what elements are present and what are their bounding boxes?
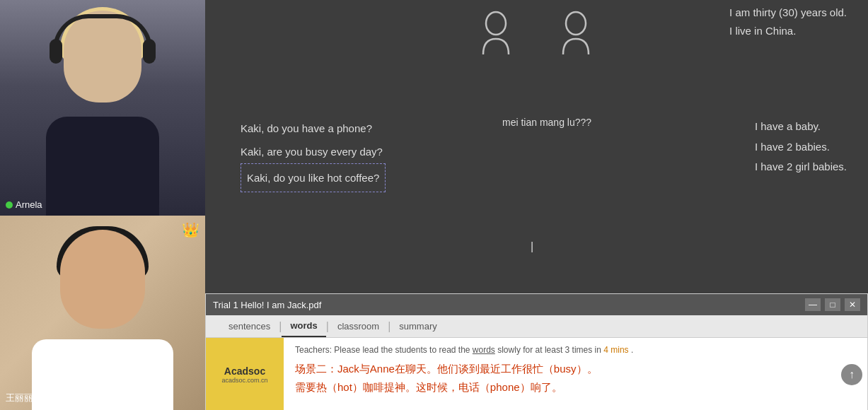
headphone-right	[143, 39, 156, 64]
baby-line1: I have a baby.	[755, 117, 847, 137]
video-label-top: Arnela	[6, 199, 42, 210]
minimize-button[interactable]: —	[805, 298, 821, 311]
chinese-text: mei tian mang lu???	[502, 117, 591, 128]
baby-line3: I have 2 girl babies.	[755, 157, 847, 177]
participant-name-bottom: 王丽丽	[6, 392, 33, 403]
babies-block: I have a baby. I have 2 babies. I have 2…	[755, 117, 847, 177]
pdf-navbar: sentences | words | classroom | summary	[206, 315, 867, 338]
crown-icon: 👑	[182, 221, 199, 238]
nav-words[interactable]: words	[282, 315, 325, 337]
pdf-viewer: Trial 1 Hello! I am Jack.pdf — □ ✕ sente…	[205, 293, 868, 410]
nav-sentences[interactable]: sentences	[220, 315, 279, 337]
scroll-button[interactable]: ↑	[841, 364, 862, 385]
nav-classroom[interactable]: classroom	[329, 315, 388, 337]
question-3: Kaki, do you like hot coffee?	[241, 163, 386, 192]
cursor: |	[531, 240, 533, 253]
slide-line2: I live in China.	[729, 22, 847, 40]
chinese-line1: 场景二：Jack与Anne在聊天。他们谈到最近工作很忙（busy）。	[295, 360, 856, 378]
logo-name: Acadsoc	[221, 365, 267, 377]
slide-area: I am thirty (30) years old. I live in Ch…	[205, 0, 868, 293]
chinese-line2: 需要热（hot）咖啡提神。这时候，电话（phone）响了。	[295, 378, 856, 397]
headphone-left	[50, 39, 62, 64]
instruction-time: 4 mins	[603, 345, 628, 355]
active-indicator	[6, 201, 13, 209]
pdf-instruction: Teachers: Please lead the students to re…	[295, 344, 856, 356]
pdf-sidebar: Acadsoc acadsoc.com.cn	[206, 338, 284, 410]
body-bottom	[32, 339, 173, 410]
instruction-words-link[interactable]: words	[473, 345, 495, 355]
headphone-band	[53, 14, 152, 49]
pdf-chinese-content: 场景二：Jack与Anne在聊天。他们谈到最近工作很忙（busy）。 需要热（h…	[295, 360, 856, 396]
pdf-window-controls[interactable]: — □ ✕	[805, 298, 860, 311]
acadsoc-logo: Acadsoc acadsoc.com.cn	[221, 365, 267, 384]
question-2: Kaki, are you busy every day?	[241, 140, 386, 163]
video-label-bottom: 王丽丽	[6, 392, 33, 404]
body	[46, 117, 159, 216]
pdf-titlebar: Trial 1 Hello! I am Jack.pdf — □ ✕	[206, 294, 867, 315]
person-icon-1	[480, 11, 537, 57]
question-3-text: Kaki, do you like hot coffee?	[241, 163, 386, 192]
questions-block: Kaki, do you have a phone? Kaki, are you…	[241, 117, 386, 192]
slide-line1: I am thirty (30) years old.	[729, 4, 847, 22]
pdf-content: Acadsoc acadsoc.com.cn Teachers: Please …	[206, 338, 867, 410]
nav-summary[interactable]: summary	[390, 315, 445, 337]
instruction-middle: slowly for at least 3 times in	[497, 345, 601, 355]
instruction-before: Teachers: Please lead the students to re…	[295, 345, 470, 355]
baby-line2: I have 2 babies.	[755, 137, 847, 158]
video-feed-top	[0, 0, 205, 216]
person-icon-2	[537, 11, 594, 57]
pdf-title: Trial 1 Hello! I am Jack.pdf	[213, 300, 321, 310]
close-button[interactable]: ✕	[845, 298, 860, 311]
video-feed-bottom	[0, 216, 205, 410]
logo-sub: acadsoc.com.cn	[221, 377, 267, 384]
participant-name-top: Arnela	[16, 199, 42, 210]
slide-text-block: I am thirty (30) years old. I live in Ch…	[729, 4, 847, 40]
video-panel-top: Arnela	[0, 0, 205, 216]
face-bottom	[60, 230, 145, 329]
video-panel-bottom: 👑 王丽丽	[0, 216, 205, 410]
question-1: Kaki, do you have a phone?	[241, 117, 386, 140]
svg-point-0	[486, 12, 506, 35]
slide-content: I am thirty (30) years old. I live in Ch…	[205, 0, 868, 293]
svg-point-1	[566, 12, 586, 35]
pdf-main-content: Teachers: Please lead the students to re…	[284, 338, 867, 410]
instruction-after: .	[631, 345, 633, 355]
maximize-button[interactable]: □	[825, 298, 840, 311]
